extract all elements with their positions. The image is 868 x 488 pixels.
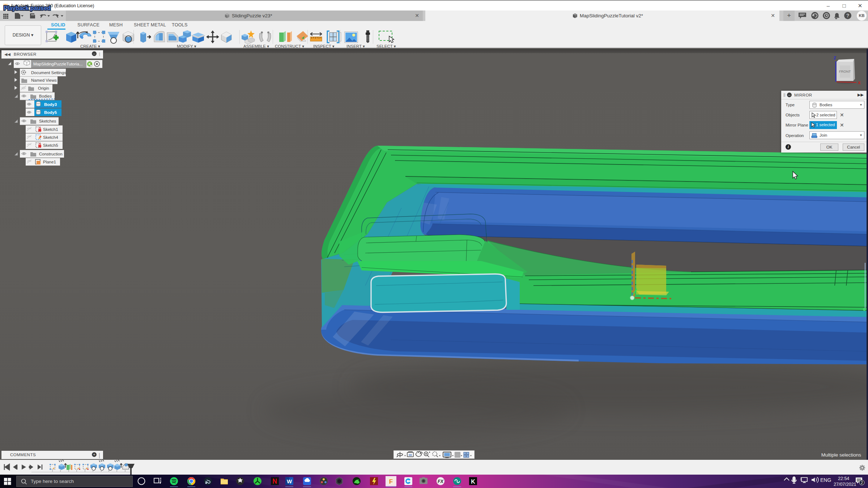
svg-text:FX: FX [438, 479, 443, 484]
svg-text:Bodies: Bodies [39, 94, 52, 98]
svg-text:K: K [471, 479, 475, 485]
svg-text:MapSlidingPuzzleTutoria...: MapSlidingPuzzleTutoria... [33, 62, 82, 66]
svg-text:Sketch4: Sketch4 [43, 135, 58, 140]
svg-text:Z: Z [834, 56, 836, 60]
svg-text:?: ? [846, 13, 850, 18]
svg-text:22:54: 22:54 [838, 476, 849, 481]
svg-text:Sketch1: Sketch1 [43, 127, 58, 132]
svg-text:Sketches: Sketches [39, 119, 56, 123]
svg-text:W: W [287, 478, 292, 484]
svg-text:27/07/2021: 27/07/2021 [834, 482, 856, 487]
svg-text:FRONT: FRONT [839, 69, 851, 73]
svg-text:2: 2 [861, 480, 863, 485]
svg-text:Named Views: Named Views [31, 78, 57, 82]
svg-text:F: F [389, 478, 393, 485]
svg-text:X: X [858, 81, 861, 85]
svg-text:Origin: Origin [38, 86, 49, 90]
svg-text:Body5: Body5 [44, 110, 57, 115]
svg-text:Sketch5: Sketch5 [43, 143, 58, 147]
svg-text:Document Settings: Document Settings [31, 70, 66, 75]
svg-text:Body3: Body3 [44, 102, 57, 107]
svg-text:Multiple selections: Multiple selections [821, 452, 861, 458]
svg-text:Plane1: Plane1 [43, 160, 56, 164]
svg-text:Construction: Construction [39, 152, 63, 156]
svg-text:ENG: ENG [820, 477, 831, 483]
